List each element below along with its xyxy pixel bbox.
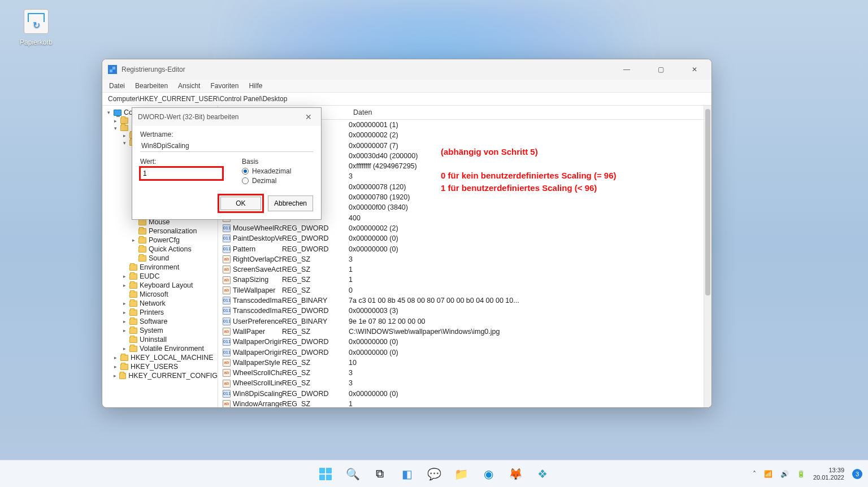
tree-node[interactable]: ▸EUDC: [102, 272, 218, 281]
value-type-cell: REG_DWORD: [282, 244, 349, 254]
radio-dec[interactable]: Dezimal: [242, 177, 313, 185]
tree-node[interactable]: Personalization: [102, 227, 218, 236]
tree-node[interactable]: ▸HKEY_USERS: [102, 362, 218, 371]
tree-node[interactable]: ▸PowerCfg: [102, 236, 218, 245]
table-row[interactable]: PaintDesktopVer...REG_DWORD0x00000000 (0…: [218, 233, 704, 244]
table-row[interactable]: ScreenSaveActiveREG_SZ1: [218, 264, 704, 275]
cancel-button[interactable]: Abbrechen: [268, 195, 313, 211]
value-data-cell: 0x00000000 (0): [349, 389, 704, 399]
table-row[interactable]: WheelScrollCharsREG_SZ3: [218, 368, 704, 378]
value-name-cell: WallPaper: [233, 327, 265, 337]
tree-node[interactable]: Quick Actions: [102, 245, 218, 254]
tree-node[interactable]: ▸Network: [102, 299, 218, 308]
table-row[interactable]: TranscodedImag...REG_DWORD0x00000003 (3): [218, 306, 704, 316]
dialog-close-button[interactable]: ✕: [302, 111, 315, 123]
table-row[interactable]: WallpaperOriginYREG_DWORD0x00000000 (0): [218, 347, 704, 358]
radio-hex[interactable]: Hexadezimal: [242, 167, 313, 175]
table-row[interactable]: WheelScrollLinesREG_SZ3: [218, 378, 704, 388]
edge-button[interactable]: ◉: [477, 463, 500, 485]
numeric-value-icon: [223, 224, 231, 232]
vertical-scrollbar[interactable]: [704, 106, 711, 407]
value-data-cell: 400: [349, 213, 704, 223]
task-view-button[interactable]: ⧉: [368, 463, 391, 485]
menu-file[interactable]: Datei: [109, 82, 125, 90]
table-row[interactable]: WindowArrange...REG_SZ1: [218, 399, 704, 407]
volume-icon[interactable]: 🔊: [780, 470, 789, 478]
clock[interactable]: 13:39 20.01.2022: [813, 467, 844, 480]
dialog-titlebar[interactable]: DWORD-Wert (32-Bit) bearbeiten ✕: [132, 108, 321, 126]
string-value-icon: [223, 286, 231, 294]
string-value-icon: [223, 380, 231, 388]
value-data-cell: C:\WINDOWS\web\wallpaper\Windows\img0.jp…: [349, 327, 704, 337]
close-button[interactable]: ✕: [683, 62, 706, 77]
search-button[interactable]: 🔍: [341, 463, 364, 485]
tree-node[interactable]: ▸Keyboard Layout: [102, 281, 218, 290]
menu-edit[interactable]: Bearbeiten: [135, 82, 168, 90]
value-data-cell: 1: [349, 264, 704, 275]
table-row[interactable]: WallPaperREG_SZC:\WINDOWS\web\wallpaper\…: [218, 327, 704, 337]
scrollbar-thumb[interactable]: [705, 109, 710, 295]
notification-badge[interactable]: 3: [852, 469, 862, 479]
table-row[interactable]: TileWallpaperREG_SZ0: [218, 285, 704, 295]
firefox-button[interactable]: 🦊: [504, 463, 527, 485]
radio-dec-indicator: [242, 177, 249, 184]
tree-node[interactable]: Microsoft: [102, 290, 218, 299]
table-row[interactable]: WallpaperOriginXREG_DWORD0x00000000 (0): [218, 337, 704, 347]
value-type-cell: REG_BINARY: [282, 316, 349, 327]
tree-node[interactable]: ▸Printers: [102, 308, 218, 317]
tree-node[interactable]: Sound: [102, 254, 218, 263]
battery-icon[interactable]: 🔋: [797, 470, 805, 478]
tree-node[interactable]: ▸Software: [102, 317, 218, 326]
tray-overflow-icon[interactable]: ˄: [753, 470, 756, 478]
value-input[interactable]: [140, 167, 223, 180]
computer-icon: [114, 110, 121, 116]
wifi-icon[interactable]: 📶: [764, 470, 772, 478]
ok-button[interactable]: OK: [220, 197, 261, 210]
value-name-cell: WallpaperOriginX: [233, 337, 282, 347]
widgets-button[interactable]: ◧: [396, 463, 418, 485]
string-value-icon: [223, 400, 231, 407]
value-data-cell: 3: [349, 254, 704, 264]
value-type-cell: REG_SZ: [282, 399, 349, 407]
menu-help[interactable]: Hilfe: [249, 82, 262, 90]
value-type-cell: REG_SZ: [282, 264, 349, 275]
desktop-icon-recycle-bin[interactable]: Papierkorb: [14, 7, 59, 46]
table-row[interactable]: PatternREG_DWORD0x00000000 (0): [218, 244, 704, 254]
app-button[interactable]: ❖: [531, 463, 554, 485]
address-bar[interactable]: Computer\HKEY_CURRENT_USER\Control Panel…: [102, 93, 711, 106]
tree-node[interactable]: ▸HKEY_CURRENT_CONFIG: [102, 371, 218, 380]
table-row[interactable]: Win8DpiScalingREG_DWORD0x00000000 (0): [218, 389, 704, 399]
radio-hex-indicator: [242, 168, 249, 175]
value-label: Wert:: [140, 158, 225, 166]
value-type-cell: REG_SZ: [282, 368, 349, 378]
tree-node[interactable]: ▸Volatile Environment: [102, 344, 218, 353]
menu-view[interactable]: Ansicht: [178, 82, 200, 90]
table-row[interactable]: TranscodedImag...REG_BINARY7a c3 01 00 8…: [218, 295, 704, 306]
value-data-cell: 10: [349, 358, 704, 368]
table-row[interactable]: RightOverlapCha...REG_SZ3: [218, 254, 704, 264]
window-title: Registrierungs-Editor: [121, 66, 185, 73]
value-name-cell: Win8DpiScaling: [233, 389, 282, 399]
maximize-button[interactable]: ▢: [649, 62, 672, 77]
tree-node[interactable]: Uninstall: [102, 335, 218, 344]
value-data-cell: 3: [349, 368, 704, 378]
tree-node[interactable]: Environment: [102, 263, 218, 272]
tree-node[interactable]: ▸HKEY_LOCAL_MACHINE: [102, 353, 218, 362]
table-row[interactable]: WallpaperStyleREG_SZ10: [218, 358, 704, 368]
value-name-cell: Pattern: [233, 244, 255, 254]
table-row[interactable]: SnapSizingREG_SZ1: [218, 275, 704, 285]
numeric-value-icon: [223, 338, 231, 346]
table-row[interactable]: MouseWheelRou...REG_DWORD0x00000002 (2): [218, 223, 704, 233]
titlebar[interactable]: Registrierungs-Editor ― ▢ ✕: [102, 59, 711, 80]
system-tray: ˄ 📶 🔊 🔋 13:39 20.01.2022 3: [753, 467, 862, 480]
value-name-field[interactable]: [140, 140, 313, 152]
tree-node[interactable]: ▸System: [102, 326, 218, 335]
minimize-button[interactable]: ―: [615, 62, 638, 77]
chat-button[interactable]: 💬: [423, 463, 445, 485]
file-explorer-button[interactable]: 📁: [450, 463, 472, 485]
menu-favorites[interactable]: Favoriten: [210, 82, 238, 90]
col-data[interactable]: Daten: [349, 106, 704, 119]
start-button[interactable]: [314, 463, 337, 485]
table-row[interactable]: UserPreferences...REG_BINARY9e 1e 07 80 …: [218, 316, 704, 327]
value-name-cell: PaintDesktopVer...: [233, 233, 282, 244]
